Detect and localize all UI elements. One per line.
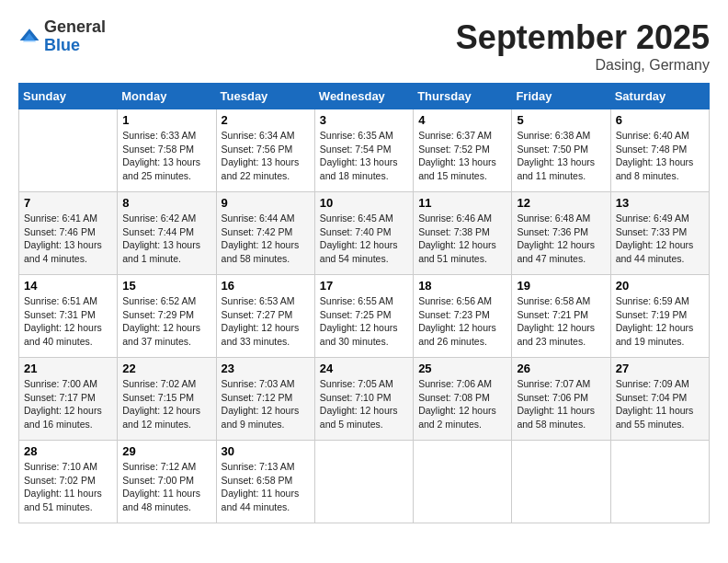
header-sunday: Sunday [19,84,118,109]
day-number: 11 [418,196,506,210]
day-number: 3 [320,113,408,127]
day-info: Sunrise: 6:40 AMSunset: 7:48 PMDaylight:… [616,129,704,183]
calendar-cell: 30Sunrise: 7:13 AMSunset: 6:58 PMDayligh… [216,441,314,523]
day-number: 25 [418,362,506,375]
day-number: 5 [517,113,605,127]
day-number: 21 [24,362,112,375]
day-info: Sunrise: 6:35 AMSunset: 7:54 PMDaylight:… [320,129,408,183]
calendar-cell: 25Sunrise: 7:06 AMSunset: 7:08 PMDayligh… [414,358,512,441]
calendar-cell: 24Sunrise: 7:05 AMSunset: 7:10 PMDayligh… [314,358,413,441]
logo-general-text: General [44,17,106,36]
day-number: 4 [418,113,506,127]
calendar-cell: 3Sunrise: 6:35 AMSunset: 7:54 PMDaylight… [314,109,413,192]
calendar-cell: 8Sunrise: 6:42 AMSunset: 7:44 PMDaylight… [118,192,216,275]
day-number: 27 [616,362,704,375]
calendar-cell: 16Sunrise: 6:53 AMSunset: 7:27 PMDayligh… [216,275,314,358]
day-info: Sunrise: 6:44 AMSunset: 7:42 PMDaylight:… [222,212,310,266]
calendar-cell: 20Sunrise: 6:59 AMSunset: 7:19 PMDayligh… [610,275,709,358]
day-info: Sunrise: 6:53 AMSunset: 7:27 PMDaylight:… [222,294,310,349]
day-number: 26 [517,362,605,375]
day-info: Sunrise: 7:05 AMSunset: 7:10 PMDaylight:… [320,377,408,431]
calendar-cell: 23Sunrise: 7:03 AMSunset: 7:12 PMDayligh… [216,358,314,441]
day-info: Sunrise: 7:07 AMSunset: 7:06 PMDaylight:… [517,377,605,431]
calendar-cell [512,441,610,523]
day-info: Sunrise: 6:46 AMSunset: 7:38 PMDaylight:… [418,212,506,266]
calendar-week-2: 14Sunrise: 6:51 AMSunset: 7:31 PMDayligh… [19,275,710,358]
day-number: 17 [320,279,408,293]
day-info: Sunrise: 6:55 AMSunset: 7:25 PMDaylight:… [320,294,408,349]
day-info: Sunrise: 6:38 AMSunset: 7:50 PMDaylight:… [517,129,605,183]
month-title: September 2025 [456,18,710,57]
calendar-cell: 9Sunrise: 6:44 AMSunset: 7:42 PMDaylight… [216,192,314,275]
calendar-week-3: 21Sunrise: 7:00 AMSunset: 7:17 PMDayligh… [19,358,710,441]
day-info: Sunrise: 7:02 AMSunset: 7:15 PMDaylight:… [122,377,210,431]
day-info: Sunrise: 7:12 AMSunset: 7:00 PMDaylight:… [122,460,210,514]
title-block: September 2025 Dasing, Germany [456,18,710,74]
calendar-cell: 29Sunrise: 7:12 AMSunset: 7:00 PMDayligh… [118,441,216,523]
calendar-week-4: 28Sunrise: 7:10 AMSunset: 7:02 PMDayligh… [19,441,710,523]
day-info: Sunrise: 6:33 AMSunset: 7:58 PMDaylight:… [122,129,210,183]
calendar-cell: 14Sunrise: 6:51 AMSunset: 7:31 PMDayligh… [19,275,118,358]
calendar-cell: 6Sunrise: 6:40 AMSunset: 7:48 PMDaylight… [610,109,709,192]
day-number: 7 [24,196,112,210]
day-number: 28 [24,444,112,458]
calendar-cell: 26Sunrise: 7:07 AMSunset: 7:06 PMDayligh… [512,358,610,441]
calendar-cell: 27Sunrise: 7:09 AMSunset: 7:04 PMDayligh… [610,358,709,441]
calendar-cell: 10Sunrise: 6:45 AMSunset: 7:40 PMDayligh… [314,192,413,275]
day-number: 16 [222,279,310,293]
header-thursday: Thursday [414,84,512,109]
day-number: 2 [222,113,310,127]
day-info: Sunrise: 6:52 AMSunset: 7:29 PMDaylight:… [122,294,210,349]
calendar-cell: 15Sunrise: 6:52 AMSunset: 7:29 PMDayligh… [118,275,216,358]
day-info: Sunrise: 6:56 AMSunset: 7:23 PMDaylight:… [418,294,506,349]
day-number: 23 [222,362,310,375]
calendar-cell: 4Sunrise: 6:37 AMSunset: 7:52 PMDaylight… [414,109,512,192]
day-info: Sunrise: 6:45 AMSunset: 7:40 PMDaylight:… [320,212,408,266]
day-number: 13 [616,196,704,210]
day-number: 15 [122,279,210,293]
day-number: 9 [222,196,310,210]
day-number: 10 [320,196,408,210]
calendar-cell: 22Sunrise: 7:02 AMSunset: 7:15 PMDayligh… [118,358,216,441]
day-info: Sunrise: 7:00 AMSunset: 7:17 PMDaylight:… [24,377,112,431]
day-info: Sunrise: 6:34 AMSunset: 7:56 PMDaylight:… [222,129,310,183]
day-info: Sunrise: 7:13 AMSunset: 6:58 PMDaylight:… [222,460,310,514]
day-number: 8 [122,196,210,210]
day-info: Sunrise: 7:03 AMSunset: 7:12 PMDaylight:… [222,377,310,431]
day-number: 18 [418,279,506,293]
day-info: Sunrise: 6:49 AMSunset: 7:33 PMDaylight:… [616,212,704,266]
calendar-week-1: 7Sunrise: 6:41 AMSunset: 7:46 PMDaylight… [19,192,710,275]
calendar-cell: 11Sunrise: 6:46 AMSunset: 7:38 PMDayligh… [414,192,512,275]
logo-icon [18,26,40,48]
day-info: Sunrise: 6:41 AMSunset: 7:46 PMDaylight:… [24,212,112,266]
calendar-cell: 12Sunrise: 6:48 AMSunset: 7:36 PMDayligh… [512,192,610,275]
calendar-cell: 5Sunrise: 6:38 AMSunset: 7:50 PMDaylight… [512,109,610,192]
day-number: 29 [122,444,210,458]
day-number: 24 [320,362,408,375]
page-header: General Blue September 2025 Dasing, Germ… [18,18,710,74]
calendar-cell: 7Sunrise: 6:41 AMSunset: 7:46 PMDaylight… [19,192,118,275]
calendar-header: SundayMondayTuesdayWednesdayThursdayFrid… [19,84,710,109]
calendar-cell [19,109,118,192]
header-friday: Friday [512,84,610,109]
day-number: 1 [122,113,210,127]
header-wednesday: Wednesday [314,84,413,109]
location-subtitle: Dasing, Germany [456,57,710,74]
day-info: Sunrise: 6:42 AMSunset: 7:44 PMDaylight:… [122,212,210,266]
calendar-cell: 13Sunrise: 6:49 AMSunset: 7:33 PMDayligh… [610,192,709,275]
day-info: Sunrise: 6:48 AMSunset: 7:36 PMDaylight:… [517,212,605,266]
calendar-cell [414,441,512,523]
calendar-cell: 28Sunrise: 7:10 AMSunset: 7:02 PMDayligh… [19,441,118,523]
calendar-body: 1Sunrise: 6:33 AMSunset: 7:58 PMDaylight… [19,109,710,523]
day-info: Sunrise: 6:51 AMSunset: 7:31 PMDaylight:… [24,294,112,349]
calendar-cell: 21Sunrise: 7:00 AMSunset: 7:17 PMDayligh… [19,358,118,441]
calendar-cell [314,441,413,523]
day-number: 14 [24,279,112,293]
day-info: Sunrise: 7:10 AMSunset: 7:02 PMDaylight:… [24,460,112,514]
day-number: 20 [616,279,704,293]
header-tuesday: Tuesday [216,84,314,109]
calendar-table: SundayMondayTuesdayWednesdayThursdayFrid… [18,83,710,523]
calendar-week-0: 1Sunrise: 6:33 AMSunset: 7:58 PMDaylight… [19,109,710,192]
calendar-cell [610,441,709,523]
day-info: Sunrise: 6:37 AMSunset: 7:52 PMDaylight:… [418,129,506,183]
